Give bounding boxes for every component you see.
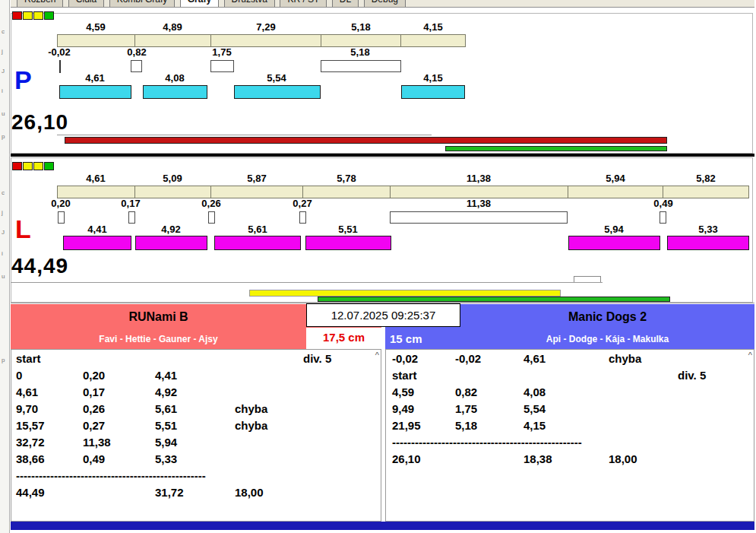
sidebar-glyph: i xyxy=(2,88,3,94)
lane-p-exchange-value: -0,02 xyxy=(40,47,78,58)
tab-dl[interactable]: DL xyxy=(332,0,359,8)
table-row: 0 0,20 4,41 xyxy=(11,369,381,385)
result-cell: 0,26 xyxy=(83,402,105,415)
lane-l-split-value: 5,82 xyxy=(687,173,725,184)
result-cell: 1,75 xyxy=(455,402,477,415)
lane-l-dog-bar xyxy=(214,236,301,250)
lane-l-label: L xyxy=(15,216,31,242)
sidebar-glyph: j xyxy=(2,210,3,216)
lane-l-split-value: 5,78 xyxy=(327,173,365,184)
tab-debug[interactable]: Debug xyxy=(364,0,406,8)
lane-p-dog-bar xyxy=(234,85,321,99)
lane-p-light-green xyxy=(44,11,54,20)
lane-l-split-value: 11,38 xyxy=(460,173,498,184)
team-left-results-table: ^ start div. 5 0 0,20 4,41 4,61 0,17 4,9… xyxy=(11,349,381,522)
result-cell: 32,72 xyxy=(16,436,45,449)
result-cell: 0,17 xyxy=(83,385,105,398)
lane-p-split-value: 7,29 xyxy=(247,22,285,33)
lane-l-exchange-value: 0,49 xyxy=(644,198,682,209)
tab-cidla[interactable]: Čidla xyxy=(68,0,104,8)
lane-l-split-bar xyxy=(568,186,663,198)
lane-l-split-value: 5,09 xyxy=(153,173,191,184)
team-right-jump-height: 15 cm xyxy=(390,329,422,349)
lane-l-total-time: 44,49 xyxy=(11,255,68,278)
sidebar-glyph: j xyxy=(2,49,3,55)
tab-druzstva[interactable]: Družstva xyxy=(224,0,275,8)
lane-l-split-bar xyxy=(390,186,568,198)
result-cell: 18,38 xyxy=(524,452,552,465)
lane-l-light-yellow xyxy=(23,162,33,170)
tab-kombi-grafy[interactable]: Kombi Grafy xyxy=(109,0,176,8)
lane-l-split-value: 5,87 xyxy=(238,173,276,184)
sidebar-glyph: J xyxy=(2,68,5,75)
lane-l-dog-bar xyxy=(305,236,391,250)
flyball-timing-window: c j J i u p c j J i u p Rozběh Čidla Kom… xyxy=(0,0,756,533)
lane-p-split-value: 4,89 xyxy=(153,22,191,33)
lane-l-light-green xyxy=(44,162,54,170)
tab-grafy[interactable]: Grafy xyxy=(180,0,219,8)
team-right-results-table: ^ -0,02 -0,02 4,61 chyba start div. 5 4,… xyxy=(385,349,754,522)
result-cell: 0,27 xyxy=(83,419,105,432)
lane-p-exchange-box xyxy=(210,60,234,72)
tab-bar: Rozběh Čidla Kombi Grafy Grafy Družstva … xyxy=(11,0,754,8)
run-datetime: 12.07.2025 09:25:37 xyxy=(306,303,460,327)
result-cell: 4,61 xyxy=(524,352,546,365)
result-cell: 4,92 xyxy=(155,385,177,398)
lane-p-exchange-value: 1,75 xyxy=(203,47,241,58)
lane-l-dog-bar xyxy=(667,236,749,250)
lane-l-dog-bar xyxy=(568,236,660,250)
fault-label: chyba xyxy=(235,419,267,432)
lane-p-exchange-box xyxy=(131,60,142,72)
table-row: -0,02 -0,02 4,61 chyba xyxy=(386,352,754,369)
lane-l-exchange-value: 0,20 xyxy=(42,198,80,209)
lane-l-light-red xyxy=(12,162,22,170)
lane-l-exchange-box xyxy=(299,211,306,224)
lane-p-dog-time: 4,15 xyxy=(414,73,452,84)
result-total-time: 44,49 xyxy=(16,486,45,499)
result-cell: 38,66 xyxy=(16,452,45,465)
lane-l-exchange-box xyxy=(208,211,215,224)
lane-p-split-bar xyxy=(321,34,401,47)
sidebar-glyph: p xyxy=(2,357,5,363)
result-cell: 5,61 xyxy=(155,402,177,415)
lane-p-progress-red xyxy=(65,137,667,144)
sidebar-glyph: u xyxy=(2,111,5,117)
result-cell: 5,18 xyxy=(455,419,477,432)
lane-p-light-yellow xyxy=(23,11,33,20)
result-cell: -0,02 xyxy=(455,352,481,365)
table-row-total: 44,49 31,72 18,00 xyxy=(11,486,381,503)
lane-p-split-value: 5,18 xyxy=(342,22,380,33)
sidebar-glyph: c xyxy=(2,29,5,35)
lane-l-progress-green xyxy=(318,297,670,302)
result-cell: 11,38 xyxy=(83,436,111,449)
sidebar-glyph: p xyxy=(2,134,5,140)
tab-kr-st[interactable]: KR / ST xyxy=(280,0,327,8)
sidebar-glyph: J xyxy=(2,230,5,236)
result-cell: 21,95 xyxy=(392,419,421,432)
lane-p-dog-time: 4,61 xyxy=(76,73,114,84)
team-right-lineup: Api - Dodge - Kája - Makulka xyxy=(460,332,754,347)
table-row-divider: ----------------------------------------… xyxy=(386,436,754,452)
status-bar xyxy=(11,522,754,530)
lane-p-dog-bar xyxy=(401,85,465,99)
team-left-jump-height: 17,5 cm xyxy=(323,331,365,344)
lane-l-split-value: 5,94 xyxy=(596,173,634,184)
lane-p-total-time: 26,10 xyxy=(11,111,68,134)
lane-l-panel xyxy=(11,157,753,303)
table-row: start div. 5 xyxy=(386,369,754,385)
table-row: start div. 5 xyxy=(11,352,381,369)
lane-p-split-value: 4,15 xyxy=(414,22,452,33)
result-cell: 9,70 xyxy=(16,402,38,415)
lane-p-exchange-tick xyxy=(59,60,61,73)
result-cell: 31,72 xyxy=(155,486,184,499)
lane-p-dog-time: 4,08 xyxy=(156,73,194,84)
result-cell: 15,57 xyxy=(16,419,45,432)
result-cell: 4,15 xyxy=(524,419,546,432)
lane-l-exchange-value: 11,38 xyxy=(460,198,498,209)
tab-rozbeh[interactable]: Rozběh xyxy=(17,0,63,8)
lane-l-split-bar xyxy=(57,186,135,198)
table-row-divider: ----------------------------------------… xyxy=(11,469,381,486)
result-cell: 4,08 xyxy=(524,385,546,398)
result-cell: start xyxy=(16,352,41,365)
table-row: 15,57 0,27 5,51 chyba xyxy=(11,419,381,436)
